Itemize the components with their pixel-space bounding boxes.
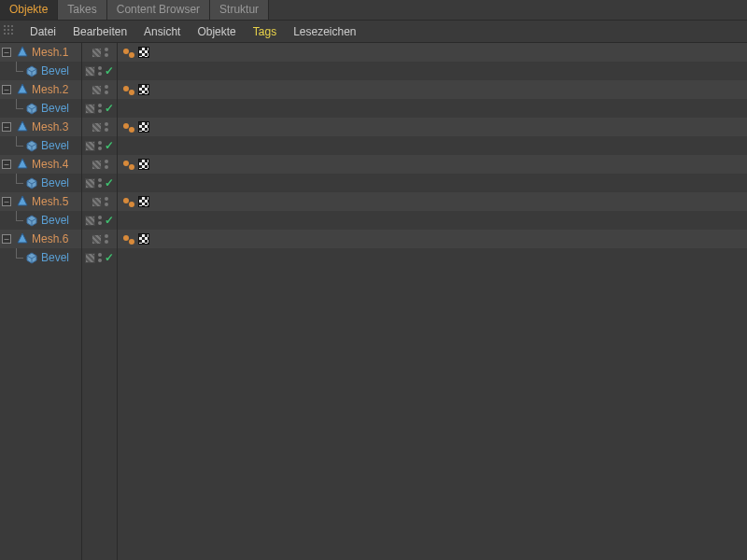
phong-tag-icon[interactable]	[123, 233, 134, 245]
visibility-dots-icon[interactable]	[105, 234, 108, 244]
expander-icon[interactable]: –	[2, 48, 11, 57]
expander-icon[interactable]: –	[2, 85, 11, 94]
texture-tag-icon[interactable]	[138, 159, 149, 170]
visibility-cell[interactable]: ✓	[82, 248, 117, 267]
visibility-cell[interactable]: ✓	[82, 62, 117, 80]
layer-icon[interactable]	[85, 104, 95, 114]
layer-icon[interactable]	[92, 85, 102, 95]
layer-icon[interactable]	[92, 197, 102, 207]
visibility-cell[interactable]: ✓	[82, 211, 117, 230]
visibility-column: ✓✓✓✓✓✓	[82, 43, 118, 560]
layer-icon[interactable]	[92, 48, 102, 58]
texture-tag-icon[interactable]	[138, 196, 149, 207]
tag-cell	[118, 118, 747, 136]
grip-icon[interactable]	[4, 25, 17, 38]
visibility-dots-icon[interactable]	[98, 66, 102, 76]
tree-branch-icon	[11, 174, 22, 192]
visibility-dots-icon[interactable]	[105, 85, 108, 94]
visibility-dots-icon[interactable]	[105, 197, 108, 206]
expander-icon[interactable]: –	[2, 234, 11, 244]
visibility-dots-icon[interactable]	[98, 216, 102, 225]
visibility-dots-icon[interactable]	[105, 122, 108, 132]
visibility-dots-icon[interactable]	[98, 141, 102, 150]
tag-cell	[118, 230, 747, 248]
layer-icon[interactable]	[92, 160, 102, 170]
svg-marker-15	[18, 159, 27, 168]
tree-row-child[interactable]: Bevel	[0, 62, 81, 80]
tab-struktur[interactable]: Struktur	[210, 0, 269, 20]
menu-objekte[interactable]: Objekte	[190, 22, 243, 41]
visibility-cell[interactable]	[82, 43, 117, 62]
tag-cell	[118, 99, 747, 118]
tree-row-parent[interactable]: –Mesh.1	[0, 43, 81, 62]
texture-tag-icon[interactable]	[138, 84, 149, 95]
visibility-cell[interactable]	[82, 155, 117, 174]
layer-icon[interactable]	[92, 234, 102, 245]
svg-marker-5	[18, 84, 27, 93]
check-icon[interactable]: ✓	[105, 139, 114, 152]
tree-branch-icon	[11, 136, 22, 155]
phong-tag-icon[interactable]	[123, 159, 134, 170]
check-icon[interactable]: ✓	[105, 102, 114, 115]
visibility-dots-icon[interactable]	[98, 178, 102, 188]
menu-datei[interactable]: Datei	[22, 22, 63, 41]
layer-icon[interactable]	[85, 178, 95, 189]
tab-content-browser[interactable]: Content Browser	[107, 0, 210, 20]
tree-row-parent[interactable]: –Mesh.3	[0, 118, 81, 136]
tags-column	[118, 43, 747, 560]
visibility-dots-icon[interactable]	[105, 160, 108, 169]
visibility-cell[interactable]	[82, 192, 117, 211]
menu-tags[interactable]: Tags	[246, 22, 284, 41]
expander-icon[interactable]: –	[2, 160, 11, 169]
tree-branch-icon	[11, 211, 22, 230]
layer-icon[interactable]	[85, 141, 95, 151]
svg-marker-20	[18, 196, 27, 205]
visibility-dots-icon[interactable]	[98, 104, 102, 113]
object-label: Bevel	[41, 139, 69, 152]
visibility-cell[interactable]	[82, 80, 117, 99]
texture-tag-icon[interactable]	[138, 47, 149, 58]
object-label: Bevel	[41, 176, 69, 189]
visibility-cell[interactable]: ✓	[82, 136, 117, 155]
visibility-dots-icon[interactable]	[105, 48, 108, 57]
tree-row-parent[interactable]: –Mesh.5	[0, 192, 81, 211]
menu-bearbeiten[interactable]: Bearbeiten	[65, 22, 134, 41]
check-icon[interactable]: ✓	[105, 64, 114, 77]
phong-tag-icon[interactable]	[123, 84, 134, 95]
visibility-cell[interactable]	[82, 230, 117, 248]
check-icon[interactable]: ✓	[105, 251, 114, 264]
layer-icon[interactable]	[92, 122, 102, 133]
tag-cell	[118, 248, 747, 267]
check-icon[interactable]: ✓	[105, 214, 114, 227]
menu-ansicht[interactable]: Ansicht	[136, 22, 188, 41]
tag-cell	[118, 80, 747, 99]
layer-icon[interactable]	[85, 253, 95, 263]
tag-cell	[118, 43, 747, 62]
tree-row-parent[interactable]: –Mesh.4	[0, 155, 81, 174]
tree-row-parent[interactable]: –Mesh.2	[0, 80, 81, 99]
visibility-dots-icon[interactable]	[98, 253, 102, 262]
tree-row-child[interactable]: Bevel	[0, 211, 81, 230]
expander-icon[interactable]: –	[2, 122, 11, 132]
tab-takes[interactable]: Takes	[58, 0, 106, 20]
tree-row-child[interactable]: Bevel	[0, 248, 81, 267]
tab-objekte[interactable]: Objekte	[0, 0, 58, 20]
check-icon[interactable]: ✓	[105, 176, 114, 189]
phong-tag-icon[interactable]	[123, 196, 134, 207]
tree-row-child[interactable]: Bevel	[0, 136, 81, 155]
tree-row-child[interactable]: Bevel	[0, 99, 81, 118]
texture-tag-icon[interactable]	[138, 233, 149, 245]
visibility-cell[interactable]: ✓	[82, 174, 117, 192]
tree-row-child[interactable]: Bevel	[0, 174, 81, 192]
layer-icon[interactable]	[85, 216, 95, 226]
texture-tag-icon[interactable]	[138, 121, 149, 133]
phong-tag-icon[interactable]	[123, 121, 134, 133]
tree-row-parent[interactable]: –Mesh.6	[0, 230, 81, 248]
content-area: –Mesh.1Bevel–Mesh.2Bevel–Mesh.3Bevel–Mes…	[0, 43, 747, 560]
visibility-cell[interactable]: ✓	[82, 99, 117, 118]
menu-lesezeichen[interactable]: Lesezeichen	[286, 22, 363, 41]
phong-tag-icon[interactable]	[123, 47, 134, 58]
layer-icon[interactable]	[85, 66, 95, 77]
expander-icon[interactable]: –	[2, 197, 11, 206]
visibility-cell[interactable]	[82, 118, 117, 136]
